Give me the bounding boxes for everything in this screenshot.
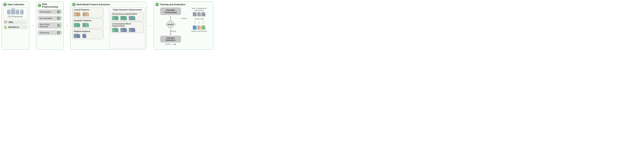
result-doc-green [202, 26, 205, 30]
step-normalization: Normalization 2 [38, 16, 62, 21]
lexical-doc-2 [76, 12, 80, 16]
classifier-construction-box: Classifier Construction [160, 8, 181, 15]
syn-doc-4 [123, 16, 127, 20]
arrow-feature-triplet: → [105, 26, 108, 30]
step-badge-3: 3 [57, 24, 60, 27]
section-preprocessing: 2 Data Preprocessing Tokenization 1 Norm… [36, 2, 64, 50]
triplet-semantic-enhancement: Triplet Semantic Enhancement Synonymous … [109, 8, 145, 48]
new-uncategorized-group: New UncategorizedBug Reports [187, 8, 212, 16]
bugzilla-icon: 🐛 [4, 26, 7, 29]
lexical-doc-group [74, 12, 102, 16]
section-data-collection: 1 Data Collection OSS Repositories ✂️ JI… [2, 2, 29, 50]
syn-doc-2 [115, 16, 118, 20]
lexical-features-title: Lexical Features [74, 8, 102, 11]
step-tokenization: Tokenization 1 [38, 9, 62, 14]
ctx-doc-4 [123, 28, 127, 32]
section-2-title: Data Preprocessing [42, 3, 62, 8]
bug-reports-label: Bug Reports [198, 30, 207, 32]
uncategorized-doc-3 [202, 12, 205, 16]
section-1-number: 1 [3, 3, 7, 6]
quality-label: Quality [191, 30, 196, 32]
jira-label: JIRA [8, 21, 13, 23]
new-uncategorized-docs [193, 12, 205, 16]
section-feature-extraction: 3 Multi-Model Feature Extraction Lexical… [70, 2, 147, 50]
contextualized-doc-group [112, 28, 142, 32]
results-area: New UncategorizedBug Reports Predict Typ… [187, 8, 212, 48]
lexical-doc-4 [85, 12, 89, 16]
predict-type-label: Predict Type [194, 18, 204, 20]
stemming-label: Stemming [40, 32, 49, 34]
semantic-doc-4 [85, 23, 89, 27]
uncategorized-doc-2 [197, 12, 201, 16]
classified-results: Quality Bug Reports [187, 26, 212, 32]
db-cylinder-4 [20, 10, 24, 14]
stopword-label: Stop-Word Removal [40, 23, 57, 28]
shallow-doc-2 [76, 34, 80, 38]
result-doc-blue [193, 26, 196, 30]
section-4-header: 4 Training and Evaluation [156, 3, 212, 6]
contextualized-augmentation-title: Contextualized Word Augmentation [112, 23, 142, 27]
step-badge-1: 1 [57, 10, 60, 13]
training-label: Training [181, 18, 187, 19]
training-body: Classifier Construction predict Testing [156, 8, 212, 48]
feature-types-list: Lexical Features Semantic Features [72, 8, 104, 48]
database-group [7, 9, 24, 14]
ctx-doc-6 [132, 28, 135, 32]
semantic-doc-2 [76, 23, 80, 27]
oss-repositories-box: OSS Repositories [3, 8, 28, 19]
step-stemming: Stemming 4 [38, 30, 62, 35]
db-cylinder-3 [16, 10, 19, 14]
result-docs-classified [193, 26, 205, 30]
uncategorized-doc-1 [193, 12, 196, 16]
jira-icon: ✂️ [4, 21, 7, 24]
synonymous-augmentation-box: Synonymous Augmentation [111, 12, 144, 21]
section-3-number: 3 [72, 3, 76, 6]
db-cylinder-1 [7, 10, 10, 14]
source-bugzilla: 🐛 BUGZILLA [3, 25, 28, 29]
contextualized-augmentation-box: Contextualized Word Augmentation [111, 22, 144, 33]
predict-type-connector: Predict Type ▽ ▽ ▽ [187, 18, 212, 24]
section-1-title: Data Collection [8, 3, 24, 6]
section-2-header: 2 Data Preprocessing [38, 3, 62, 8]
preprocessing-steps: Tokenization 1 Normalization 2 Stop-Word… [38, 9, 62, 48]
flow-diagram: Classifier Construction predict Testing [156, 8, 186, 48]
semantic-features-box: Semantic Features [72, 18, 104, 28]
shallow-doc-group [74, 33, 102, 38]
new-uncategorized-label: New UncategorizedBug Reports [192, 8, 207, 12]
section-2-number: 2 [38, 4, 41, 7]
shallow-features-box: Shallow Features [72, 29, 104, 39]
section-training-evaluation: 4 Training and Evaluation Classifier Con… [154, 2, 213, 50]
semantic-doc-group [74, 22, 102, 27]
step-stopword: Stop-Word Removal 3 [38, 22, 62, 29]
section-4-title: Training and Evaluation [160, 3, 186, 6]
normalization-label: Normalization [40, 17, 52, 19]
classifier-evaluation-box: Classifier Evaluation [160, 36, 181, 42]
section-3-header: 3 Multi-Model Feature Extraction [72, 3, 145, 6]
main-container: 1 Data Collection OSS Repositories ✂️ JI… [0, 0, 215, 51]
oss-label: OSS Repositories [8, 16, 23, 18]
testing-label: Testing [170, 30, 176, 32]
db-cylinder-2 [11, 9, 15, 14]
step-badge-2: 2 [57, 17, 60, 20]
arrow-3: → [148, 24, 152, 27]
feature-extraction-body: Lexical Features Semantic Features [72, 8, 145, 48]
section-1-header: 1 Data Collection [3, 3, 28, 6]
ctx-doc-2 [115, 28, 118, 32]
synonymous-augmentation-title: Synonymous Augmentation [112, 13, 142, 15]
predict-diamond-label: predict [168, 23, 174, 25]
lexical-features-box: Lexical Features [72, 8, 104, 18]
triplet-title: Triplet Semantic Enhancement [111, 8, 144, 11]
source-jira: ✂️ JIRA [3, 20, 28, 24]
result-doc-tan [197, 26, 201, 30]
bugzilla-label: BUGZILLA [8, 26, 19, 28]
arrow-2: → [65, 24, 69, 27]
section-3-title: Multi-Model Feature Extraction [76, 3, 110, 6]
synonymous-doc-group [112, 16, 142, 20]
semantic-features-title: Semantic Features [74, 19, 102, 22]
arrow-1: → [31, 24, 34, 27]
shallow-features-title: Shallow Features [74, 30, 102, 32]
shallow-doc-3 [82, 34, 86, 38]
quality-bug-labels: Quality Bug Reports [191, 30, 207, 32]
syn-doc-6 [132, 16, 135, 20]
section-4-number: 4 [156, 3, 159, 6]
